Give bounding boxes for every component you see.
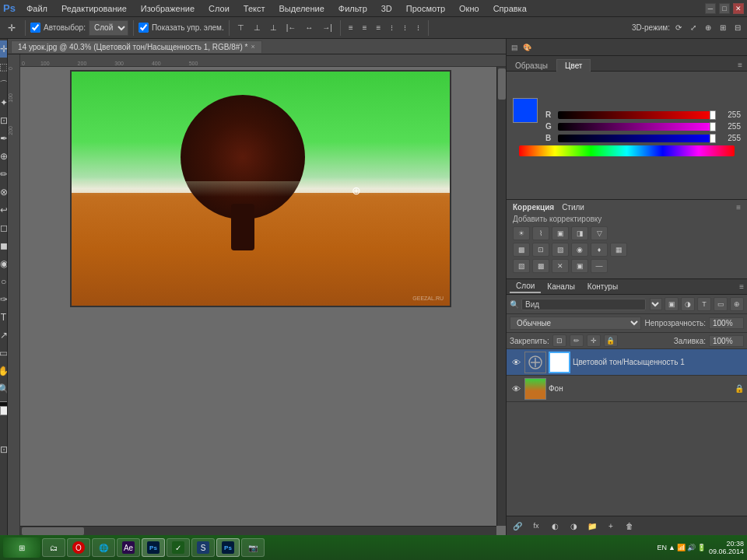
brush-tool[interactable]: ✏ [0, 166, 8, 183]
taskbar-app-browser1[interactable]: O [67, 538, 90, 557]
taskbar-app-browser2[interactable]: 🌐 [92, 538, 115, 557]
hand-tool[interactable]: ✋ [0, 362, 8, 380]
color-swatch-preview[interactable] [513, 98, 538, 123]
layer-link-btn[interactable]: 🔗 [510, 519, 525, 533]
layer-visibility-2[interactable]: 👁 [510, 383, 522, 395]
scrollbar-horizontal[interactable] [20, 526, 496, 535]
move-tool[interactable]: ✛ [0, 40, 8, 58]
distribute-h-btn[interactable]: ⫶ [400, 22, 410, 33]
3d-mode-btn1[interactable]: ⟳ [672, 22, 685, 33]
pen-tool[interactable]: ✑ [0, 291, 8, 308]
eraser-tool[interactable]: ◻ [0, 219, 8, 236]
distribute-right-btn[interactable]: ⫶ [413, 22, 423, 33]
menu-image[interactable]: Изображение [135, 2, 201, 15]
quick-mask-btn[interactable]: ⊡ [0, 441, 8, 458]
align-bottom-btn[interactable]: ⊥ [267, 22, 280, 33]
scrollbar-thumb-h[interactable] [22, 527, 84, 535]
distribute-bottom-btn[interactable]: ≡ [374, 22, 384, 33]
color-panel-menu-btn[interactable]: ≡ [733, 59, 747, 71]
layer-row-photo[interactable]: 👁 Фон 🔒 [507, 376, 747, 402]
correction-icon-threshold[interactable]: ▩ [532, 259, 549, 273]
close-button[interactable]: ✕ [733, 3, 744, 14]
menu-3d[interactable]: 3D [375, 2, 398, 15]
correction-icon-colorlookup[interactable]: ♦ [591, 243, 608, 257]
correction-icon-misc[interactable]: — [591, 259, 608, 273]
taskbar-app-ae[interactable]: Ae [117, 538, 140, 557]
tab-color[interactable]: Цвет [556, 59, 591, 72]
canvas-tab[interactable]: 14 урок.jpg @ 40.3% (Цветовой тон/Насыще… [11, 40, 262, 53]
correction-icon-hue-sat[interactable]: ▽ [591, 226, 608, 240]
layers-menu-btn[interactable]: ≡ [739, 282, 744, 291]
menu-view[interactable]: Просмотр [400, 2, 451, 15]
distribute-left-btn[interactable]: ⫶ [387, 22, 397, 33]
correction-icon-brightness[interactable]: ☀ [513, 226, 530, 240]
filter-shape-btn[interactable]: ▭ [714, 297, 728, 311]
foreground-color[interactable] [0, 401, 8, 418]
text-tool[interactable]: T [0, 309, 8, 326]
correction-styles[interactable]: Стили [562, 203, 584, 212]
distribute-top-btn[interactable]: ≡ [345, 22, 356, 33]
correction-icon-curves[interactable]: ⌇ [532, 226, 549, 240]
lock-image-btn[interactable]: ✏ [570, 334, 584, 347]
layers-tab-channels[interactable]: Каналы [541, 281, 581, 292]
magic-wand-tool[interactable]: ✦ [0, 94, 8, 111]
clone-tool[interactable]: ⊗ [0, 184, 8, 201]
shape-tool[interactable]: ▭ [0, 345, 8, 362]
taskbar-app-camera[interactable]: 📷 [241, 538, 265, 557]
path-select-tool[interactable]: ↗ [0, 327, 8, 344]
dodge-tool[interactable]: ○ [0, 273, 8, 290]
menu-help[interactable]: Справка [487, 2, 533, 15]
b-slider-thumb[interactable] [710, 134, 716, 143]
maximize-button[interactable]: □ [719, 3, 730, 14]
menu-text[interactable]: Текст [237, 2, 272, 15]
minimize-button[interactable]: ─ [705, 3, 716, 14]
crop-tool[interactable]: ⊡ [0, 112, 8, 129]
align-right-btn[interactable]: →| [319, 22, 335, 33]
layer-kind-select[interactable] [650, 298, 662, 310]
menu-window[interactable]: Окно [453, 2, 486, 15]
r-slider[interactable] [558, 111, 716, 119]
show-transform-checkbox[interactable] [139, 23, 149, 33]
correction-icon-exposure[interactable]: ▣ [552, 226, 569, 240]
menu-edit[interactable]: Редактирование [55, 2, 133, 15]
layer-row-adjustment[interactable]: 👁 Цветовой тон/Насыщенность 1 [507, 349, 747, 376]
blend-mode-dropdown[interactable]: Обычные [510, 317, 641, 330]
correction-icon-vibrance[interactable]: ◨ [571, 226, 588, 240]
scrollbar-thumb-v[interactable] [498, 68, 506, 100]
taskbar-app-s[interactable]: S [191, 538, 215, 557]
selection-tool[interactable]: ⬚ [0, 58, 8, 75]
filter-pixel-btn[interactable]: ▣ [665, 297, 679, 311]
fill-input[interactable] [709, 335, 744, 347]
layer-group-btn[interactable]: 📁 [584, 519, 600, 533]
eyedropper-tool[interactable]: ✒ [0, 130, 8, 147]
healing-tool[interactable]: ⊕ [0, 148, 8, 165]
r-slider-thumb[interactable] [710, 110, 716, 120]
correction-menu-btn[interactable]: ≡ [736, 203, 741, 212]
lasso-tool[interactable]: ⌒ [0, 76, 8, 93]
color-spectrum-bar[interactable] [519, 145, 735, 156]
taskbar-app-ps[interactable]: Ps [142, 538, 165, 557]
3d-mode-btn5[interactable]: ⊟ [731, 22, 744, 33]
history-brush-tool[interactable]: ↩ [0, 201, 8, 219]
scrollbar-vertical[interactable] [496, 67, 506, 526]
filter-smart-btn[interactable]: ⊕ [730, 297, 744, 311]
filter-adj-btn[interactable]: ◑ [681, 297, 695, 311]
layer-new-btn[interactable]: + [603, 519, 619, 533]
opacity-input[interactable] [709, 317, 744, 329]
layer-delete-btn[interactable]: 🗑 [622, 519, 637, 533]
3d-mode-btn4[interactable]: ⊞ [717, 22, 729, 33]
lock-all-btn[interactable]: 🔒 [604, 334, 618, 347]
autofill-checkbox[interactable] [30, 23, 40, 33]
panel-icon-2[interactable]: 🎨 [521, 42, 533, 53]
panel-icon-1[interactable]: ▤ [510, 42, 520, 53]
lock-transparent-btn[interactable]: ⊡ [552, 334, 566, 347]
gradient-tool[interactable]: ◼ [0, 237, 8, 254]
correction-icon-invert[interactable]: ▦ [610, 243, 627, 257]
layer-mask-btn[interactable]: ◐ [547, 519, 563, 533]
layers-tab-paths[interactable]: Контуры [581, 281, 624, 292]
align-left-btn[interactable]: |← [283, 22, 300, 33]
tab-swatches[interactable]: Образцы [507, 59, 556, 72]
taskbar-app-folder[interactable]: 🗂 [42, 538, 65, 557]
zoom-tool[interactable]: 🔍 [0, 380, 8, 397]
layers-tab-layers[interactable]: Слои [510, 280, 541, 293]
